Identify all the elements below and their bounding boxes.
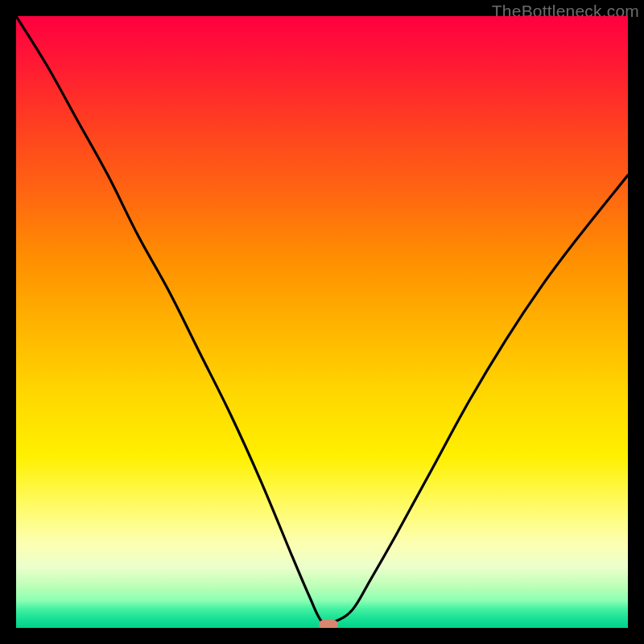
curve-path xyxy=(16,16,628,625)
optimum-marker xyxy=(319,620,338,628)
plot-area xyxy=(16,16,628,628)
bottleneck-curve xyxy=(16,16,628,628)
bottleneck-chart: TheBottleneck.com xyxy=(0,0,644,644)
